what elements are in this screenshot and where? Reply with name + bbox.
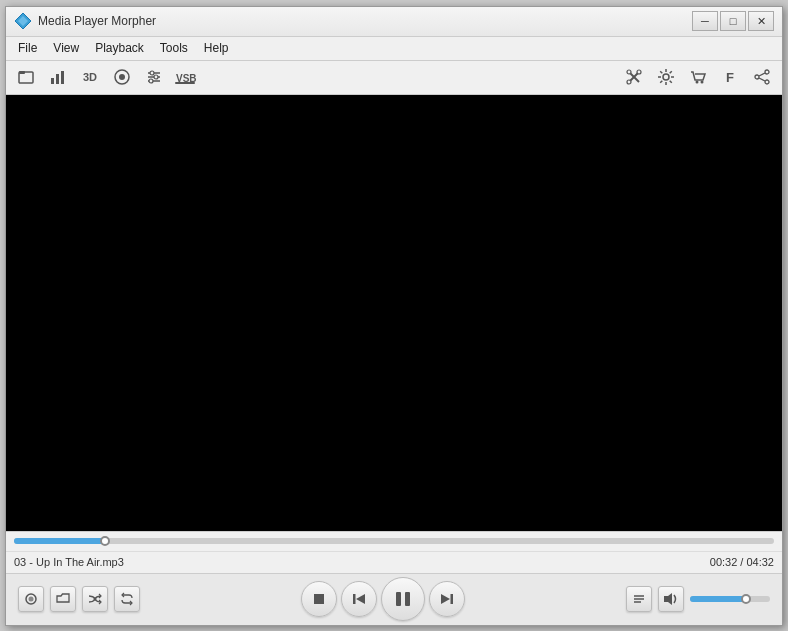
playlist-button[interactable]: [626, 586, 652, 612]
share-toolbar-icon: [753, 68, 771, 86]
stop-button[interactable]: [301, 581, 337, 617]
svg-point-33: [765, 70, 769, 74]
app-logo-icon: [14, 12, 32, 30]
mixer-toolbar-icon: [145, 68, 163, 86]
play-pause-ctrl-icon: [392, 588, 414, 610]
svg-rect-45: [451, 594, 454, 604]
svg-rect-41: [353, 594, 356, 604]
toolbar-mixer-button[interactable]: [140, 64, 168, 90]
menu-playback[interactable]: Playback: [87, 37, 152, 60]
svg-point-32: [701, 81, 704, 84]
svg-rect-16: [175, 82, 195, 84]
toolbar-open-file-button[interactable]: [12, 64, 40, 90]
progress-area: [6, 531, 782, 551]
shuffle-ctrl-icon: [88, 592, 102, 606]
volume-ctrl-icon: [663, 592, 679, 606]
usb-toolbar-icon: VSB: [175, 68, 197, 86]
svg-rect-43: [396, 592, 401, 606]
volume-slider[interactable]: [690, 596, 770, 602]
title-bar-left: Media Player Morpher: [14, 12, 156, 30]
cart-toolbar-icon: [689, 68, 707, 86]
shuffle-button[interactable]: [82, 586, 108, 612]
svg-rect-3: [19, 71, 25, 74]
progress-bar[interactable]: [14, 538, 774, 544]
svg-rect-40: [314, 594, 324, 604]
volume-fill: [690, 596, 746, 602]
toolbar-usb-button[interactable]: VSB: [172, 64, 200, 90]
prev-ctrl-icon: [351, 591, 367, 607]
open-file-toolbar-icon: [17, 68, 35, 86]
svg-point-20: [637, 70, 641, 74]
svg-point-8: [119, 74, 125, 80]
maximize-button[interactable]: □: [720, 11, 746, 31]
title-bar: Media Player Morpher ─ □ ✕: [6, 7, 782, 37]
svg-point-34: [765, 80, 769, 84]
svg-line-29: [670, 71, 672, 73]
toolbar: 3D: [6, 61, 782, 95]
svg-rect-4: [51, 78, 54, 84]
controls-left-group: [18, 586, 140, 612]
volume-thumb: [741, 594, 751, 604]
playlist-ctrl-icon: [632, 592, 646, 606]
svg-point-19: [627, 70, 631, 74]
svg-point-31: [696, 81, 699, 84]
toolbar-left: 3D: [12, 64, 200, 90]
progress-fill: [14, 538, 105, 544]
svg-point-39: [29, 597, 34, 602]
record-toolbar-icon: [113, 68, 131, 86]
toolbar-right: F: [620, 64, 776, 90]
video-display: [6, 95, 782, 531]
progress-thumb: [100, 536, 110, 546]
svg-line-30: [660, 81, 662, 83]
svg-rect-6: [61, 71, 64, 84]
controls-bar: [6, 573, 782, 625]
toolbar-cart-button[interactable]: [684, 64, 712, 90]
settings-toolbar-icon: [657, 68, 675, 86]
menu-view[interactable]: View: [45, 37, 87, 60]
3d-toolbar-icon: 3D: [83, 71, 97, 83]
status-bar: 03 - Up In The Air.mp3 00:32 / 04:32: [6, 551, 782, 573]
toolbar-equalizer-button[interactable]: [44, 64, 72, 90]
volume-button[interactable]: [658, 586, 684, 612]
controls-center-group: [301, 577, 465, 621]
svg-line-36: [759, 73, 765, 76]
menu-bar: File View Playback Tools Help: [6, 37, 782, 61]
play-pause-button[interactable]: [381, 577, 425, 621]
controls-right-group: [626, 586, 770, 612]
open-folder-ctrl-icon: [56, 592, 70, 606]
previous-button[interactable]: [341, 581, 377, 617]
svg-point-14: [149, 79, 153, 83]
next-button[interactable]: [429, 581, 465, 617]
menu-file[interactable]: File: [10, 37, 45, 60]
file-name-label: 03 - Up In The Air.mp3: [14, 556, 124, 568]
svg-line-37: [759, 78, 765, 81]
menu-help[interactable]: Help: [196, 37, 237, 60]
minimize-button[interactable]: ─: [692, 11, 718, 31]
toolbar-font-button[interactable]: F: [716, 64, 744, 90]
equalizer-toolbar-icon: [49, 68, 67, 86]
svg-marker-46: [441, 594, 450, 604]
toolbar-record-button[interactable]: [108, 64, 136, 90]
record-button[interactable]: [18, 586, 44, 612]
toolbar-share-button[interactable]: [748, 64, 776, 90]
repeat-ctrl-icon: [120, 592, 134, 606]
time-display-label: 00:32 / 04:32: [710, 556, 774, 568]
font-toolbar-icon: F: [726, 70, 734, 85]
repeat-button[interactable]: [114, 586, 140, 612]
svg-point-35: [755, 75, 759, 79]
svg-point-22: [663, 74, 669, 80]
menu-tools[interactable]: Tools: [152, 37, 196, 60]
close-button[interactable]: ✕: [748, 11, 774, 31]
toolbar-3d-button[interactable]: 3D: [76, 64, 104, 90]
stop-ctrl-icon: [312, 592, 326, 606]
main-window: Media Player Morpher ─ □ ✕ File View Pla…: [5, 6, 783, 626]
record-ctrl-icon: [24, 592, 38, 606]
next-ctrl-icon: [439, 591, 455, 607]
svg-marker-50: [664, 593, 672, 605]
toolbar-tools-button[interactable]: [620, 64, 648, 90]
open-folder-button[interactable]: [50, 586, 76, 612]
svg-point-12: [150, 71, 154, 75]
toolbar-settings-button[interactable]: [652, 64, 680, 90]
svg-rect-44: [405, 592, 410, 606]
svg-point-21: [627, 80, 631, 84]
